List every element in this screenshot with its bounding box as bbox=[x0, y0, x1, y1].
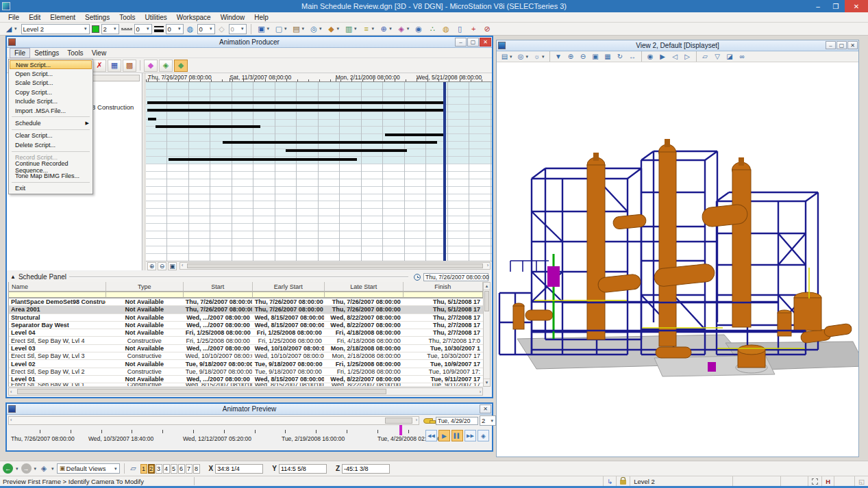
animation-settings-icon[interactable]: ◆ bbox=[174, 60, 188, 72]
producer-minimize-button[interactable]: – bbox=[455, 38, 467, 47]
raster-manager-icon[interactable]: ▤▾ bbox=[290, 23, 307, 35]
active-color-swatch[interactable] bbox=[92, 25, 99, 33]
filter-cell[interactable] bbox=[9, 292, 106, 298]
level-display-icon[interactable]: ≡▾ bbox=[360, 23, 377, 35]
clip-volume-icon[interactable]: ▽ bbox=[712, 51, 723, 62]
references-icon[interactable]: ▥▾ bbox=[343, 23, 359, 35]
menu-help[interactable]: Help bbox=[250, 13, 273, 22]
filter-cell[interactable] bbox=[106, 292, 184, 298]
column-header-late-start[interactable]: Late Start bbox=[325, 282, 404, 291]
file-menu-item-new-script[interactable]: New Script... bbox=[10, 60, 92, 69]
saved-views-icon[interactable]: ◆▾ bbox=[325, 23, 342, 35]
maximize-button[interactable]: ❐ bbox=[827, 0, 845, 12]
file-menu-item-exit[interactable]: Exit bbox=[10, 184, 92, 193]
copy-view-icon[interactable]: ▱ bbox=[699, 51, 711, 62]
menu-tools[interactable]: Tools bbox=[115, 13, 139, 22]
film-strip-icon[interactable]: ▦ bbox=[108, 60, 121, 72]
menu-workspace[interactable]: Workspace bbox=[173, 13, 215, 22]
minimize-button[interactable]: – bbox=[809, 0, 827, 12]
lock-cell[interactable] bbox=[616, 476, 630, 486]
table-row[interactable]: Level 04Not AvailableFri, 1/25/2008 08:0… bbox=[9, 329, 483, 337]
z-coordinate-field[interactable] bbox=[342, 464, 390, 474]
table-row[interactable]: Level 01Not AvailableWed, .../2007 08:00… bbox=[9, 376, 483, 383]
producer-close-button[interactable]: ✕ bbox=[480, 38, 491, 47]
animator-scrollbar[interactable]: ‹ › bbox=[8, 416, 419, 425]
current-time-field[interactable]: Thu, 7/26/2007 08:00:00 bbox=[423, 273, 488, 281]
gantt-task-bar[interactable] bbox=[148, 118, 156, 120]
view-number-button-3[interactable]: 3 bbox=[156, 464, 162, 474]
primary-models-icon[interactable]: ▣▾ bbox=[256, 23, 272, 35]
view-display-mode-icon[interactable]: ◎▾ bbox=[515, 51, 531, 62]
clip-mask-icon[interactable]: ◪ bbox=[724, 51, 736, 62]
last-frame-button[interactable]: ▶▶ bbox=[464, 430, 476, 441]
add-element-icon[interactable]: + bbox=[467, 23, 480, 35]
zoom-tools-icon[interactable]: ⊕▾ bbox=[377, 23, 394, 35]
table-row[interactable]: Area 2001Not AvailableThu, 7/26/2007 08:… bbox=[9, 306, 483, 313]
file-menu-item-delete-script[interactable]: Delete Script... bbox=[10, 140, 92, 149]
view-next-icon[interactable]: → bbox=[21, 463, 32, 474]
view2-close-button[interactable]: ✕ bbox=[847, 41, 858, 49]
view-attributes-icon[interactable]: ▤▾ bbox=[499, 51, 514, 62]
file-menu-item-open-script[interactable]: Open Script... bbox=[10, 69, 92, 78]
gantt-h-scrollbar[interactable]: ‹› bbox=[179, 262, 491, 270]
view-number-button-5[interactable]: 5 bbox=[171, 464, 177, 474]
view-number-button-7[interactable]: 7 bbox=[186, 464, 193, 474]
column-header-type[interactable]: Type bbox=[106, 282, 184, 291]
table-row[interactable]: Erect Stl, Sep Bay W, Lvl 4ConstructiveF… bbox=[9, 337, 483, 344]
animator-date-field[interactable]: Tue, 4/29/20 bbox=[436, 417, 478, 425]
menu-settings[interactable]: Settings bbox=[81, 13, 114, 22]
first-frame-button[interactable]: ◀◀ bbox=[425, 430, 437, 441]
producer-menu-file[interactable]: File bbox=[10, 48, 30, 58]
filter-cell[interactable] bbox=[184, 292, 253, 298]
producer-menu-tools[interactable]: Tools bbox=[63, 49, 87, 57]
help-info-icon[interactable]: ◉ bbox=[412, 23, 425, 35]
gantt-task-bar[interactable] bbox=[147, 109, 444, 112]
menu-utilities[interactable]: Utilities bbox=[141, 13, 171, 22]
file-menu-item-import-msa-file[interactable]: Import .MSA File... bbox=[10, 106, 92, 115]
project-explorer-icon[interactable]: ∴ bbox=[426, 23, 438, 35]
view-previous-icon[interactable]: ← bbox=[3, 463, 13, 474]
file-menu-item-copy-script[interactable]: Copy Script... bbox=[10, 88, 92, 97]
gantt-task-bar[interactable] bbox=[147, 101, 444, 104]
producer-maximize-button[interactable]: ▢ bbox=[467, 38, 479, 47]
animator-close-button[interactable]: ✕ bbox=[480, 404, 491, 413]
table-row[interactable]: Separator Bay WestNot AvailableWed, .../… bbox=[9, 322, 483, 329]
file-menu-item-tone-map-bimg-files[interactable]: Tone Map BIMG Files... bbox=[10, 171, 92, 180]
close-button[interactable]: ✕ bbox=[845, 0, 868, 12]
gantt-task-bar[interactable] bbox=[385, 133, 444, 136]
link-view-icon[interactable]: ∞ bbox=[736, 51, 748, 62]
view-number-button-4[interactable]: 4 bbox=[163, 464, 170, 474]
point-clouds-icon[interactable]: ◎▾ bbox=[308, 23, 324, 35]
frame-step-dropdown[interactable]: 2▾ bbox=[480, 415, 496, 426]
table-row[interactable]: StructuralNot AvailableWed, .../2007 08:… bbox=[9, 314, 483, 322]
scroll-down-icon[interactable]: ▼ bbox=[484, 378, 490, 386]
view2-minimize-button[interactable]: – bbox=[826, 41, 836, 49]
file-menu-item-include-script[interactable]: Include Script... bbox=[10, 97, 92, 106]
gantt-grid[interactable] bbox=[146, 82, 492, 261]
active-color-combo[interactable]: 2▾ bbox=[101, 24, 119, 34]
menu-file[interactable]: File bbox=[4, 13, 23, 22]
delete-script-icon[interactable]: ✗ bbox=[92, 60, 106, 72]
pause-button[interactable]: ▌▌ bbox=[451, 430, 463, 441]
pan-view-icon[interactable]: ↔ bbox=[627, 51, 638, 62]
table-row[interactable]: Erect Stl, Sep Bay W, Lvl 3ConstructiveW… bbox=[9, 352, 483, 360]
file-menu-item-continue-recorded-sequence[interactable]: Continue Recorded Sequence... bbox=[10, 162, 92, 171]
schedule-v-scrollbar[interactable]: ▲ ▼ bbox=[483, 282, 491, 387]
view-number-button-1[interactable]: 1 bbox=[140, 464, 147, 474]
view-next-icon[interactable]: ▷ bbox=[682, 51, 693, 62]
navigate-icon[interactable]: ▶ bbox=[657, 51, 669, 62]
transparency-combo[interactable]: 0▾ bbox=[197, 24, 215, 34]
gantt-fit-icon[interactable]: ▣ bbox=[168, 262, 177, 270]
properties-panel-icon[interactable]: ▯ bbox=[454, 23, 466, 35]
filter-cell[interactable] bbox=[253, 292, 325, 298]
selection-set-cell[interactable] bbox=[808, 476, 821, 486]
view-brightness-icon[interactable]: ☼▾ bbox=[531, 51, 547, 62]
timeline-cursor[interactable] bbox=[399, 425, 402, 435]
view-group-combo[interactable]: ▣Default Views▾ bbox=[57, 463, 120, 474]
zoom-in-icon[interactable]: ⊕ bbox=[565, 51, 577, 62]
design-history-cell[interactable]: H bbox=[821, 476, 834, 486]
menu-edit[interactable]: Edit bbox=[25, 13, 45, 22]
search-folder-icon[interactable]: ◍ bbox=[440, 23, 452, 35]
file-menu-item-schedule[interactable]: Schedule▶ bbox=[10, 118, 92, 127]
snap-mode-cell[interactable]: ↳ bbox=[603, 476, 616, 486]
